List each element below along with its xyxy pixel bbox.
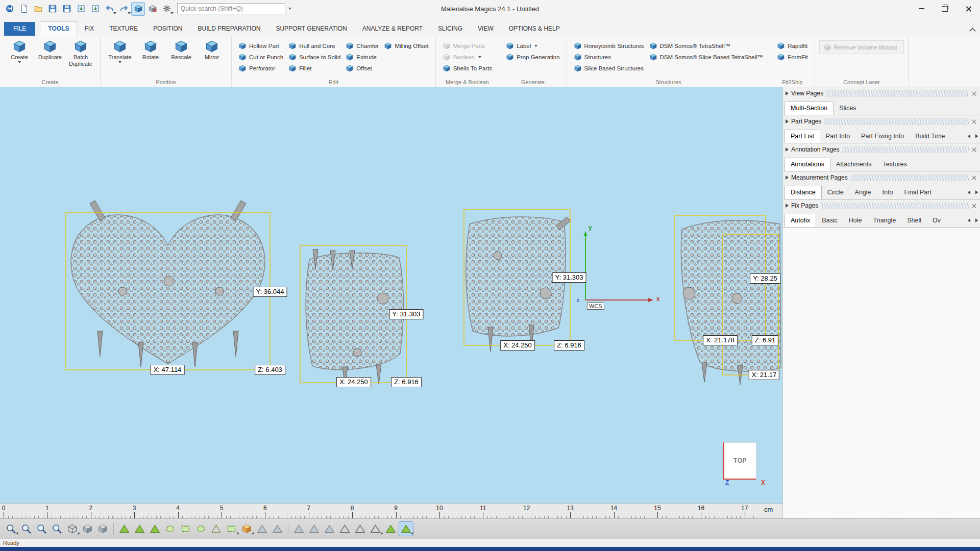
box-mark-icon[interactable] <box>240 522 254 536</box>
viewport-3d[interactable]: y x z WCS Y: 36.044X: 47.114Z: 6.403Y: 3… <box>0 87 782 504</box>
mark-plane-icon[interactable] <box>133 522 146 536</box>
fix-triangle-icon[interactable] <box>307 522 321 536</box>
close-icon[interactable] <box>972 147 976 152</box>
brush-mark-icon[interactable] <box>225 522 238 536</box>
perforator-button[interactable]: Perforator <box>236 63 286 73</box>
offset-button[interactable]: Offset <box>343 63 381 73</box>
tab-part-list[interactable]: Part List <box>785 130 820 143</box>
view-cube-icon[interactable] <box>65 522 79 536</box>
hull-and-core-button[interactable]: Hull and Core <box>286 40 343 51</box>
fix-wizard-icon[interactable] <box>292 522 306 536</box>
zoom-out-icon[interactable] <box>35 522 48 536</box>
zoom-window-icon[interactable] <box>19 522 33 536</box>
honeycomb-structures-button[interactable]: Honeycomb Structures <box>571 40 647 51</box>
save-icon[interactable] <box>46 3 59 15</box>
expand-icon[interactable] <box>786 176 789 180</box>
tab-textures[interactable]: Textures <box>877 158 913 171</box>
milling-offset-button[interactable]: Milling Offset <box>381 40 431 51</box>
menu-tab-texture[interactable]: TEXTURE <box>102 22 145 36</box>
view-toggle-icon[interactable] <box>132 3 144 15</box>
bounding-box-icon[interactable] <box>81 522 94 536</box>
close-icon[interactable] <box>972 176 976 180</box>
tab-info[interactable]: Info <box>877 186 899 199</box>
extrude-button[interactable]: Extrude <box>343 52 381 62</box>
expand-icon[interactable] <box>786 204 789 208</box>
menu-tab-tools[interactable]: TOOLS <box>40 22 77 36</box>
tab-triangle[interactable]: Triangle <box>868 214 902 227</box>
close-button[interactable] <box>957 0 980 17</box>
save-as-icon[interactable] <box>60 3 73 15</box>
shade-view-icon[interactable] <box>384 522 398 536</box>
menu-tab-fix[interactable]: FIX <box>77 22 102 36</box>
export-part-icon[interactable] <box>89 3 102 15</box>
menu-tab-options-help[interactable]: OPTIONS & HELP <box>501 22 568 36</box>
tab-autofix[interactable]: Autofix <box>785 214 816 228</box>
open-project-icon[interactable] <box>32 3 44 15</box>
menu-tab-view[interactable]: VIEW <box>470 22 501 36</box>
platform-view-icon[interactable] <box>96 522 110 536</box>
close-icon[interactable] <box>972 204 976 208</box>
label-button[interactable]: Label <box>503 40 562 51</box>
merge-parts-button[interactable]: Merge Parts <box>440 40 495 51</box>
boolean-button[interactable]: Boolean <box>440 52 495 62</box>
tab-build-time[interactable]: Build Time <box>910 130 950 143</box>
cut-or-punch-button[interactable]: Cut or Punch <box>236 52 286 62</box>
zoom-icon[interactable] <box>4 522 18 536</box>
menu-tab-analyze-report[interactable]: ANALYZE & REPORT <box>355 22 430 36</box>
triangle-outline3-icon[interactable] <box>369 522 382 536</box>
shells-to-parts-button[interactable]: Shells To Parts <box>440 63 495 73</box>
tab-shell[interactable]: Shell <box>901 214 927 227</box>
tab-scroll-right-icon[interactable] <box>973 132 980 141</box>
clear-platform-icon[interactable] <box>146 3 159 15</box>
duplicate-button[interactable]: Duplicate <box>35 36 65 61</box>
snap-part-icon[interactable] <box>271 522 284 536</box>
create-button[interactable]: Create <box>4 36 35 63</box>
part-model-3[interactable] <box>466 217 571 352</box>
rescale-button[interactable]: Rescale <box>166 36 197 61</box>
chamfer-button[interactable]: Chamfer <box>343 40 381 51</box>
part-model-1[interactable] <box>71 201 265 367</box>
rotate-button[interactable]: Rotate <box>135 36 166 61</box>
triangle-outline-icon[interactable] <box>338 522 352 536</box>
remove-volume-wizard-button[interactable]: Remove Volume Wizard <box>821 42 899 53</box>
mirror-button[interactable]: Mirror <box>197 36 227 61</box>
tab-basic[interactable]: Basic <box>816 214 843 227</box>
minimize-button[interactable] <box>910 0 933 17</box>
tab-part-info[interactable]: Part Info <box>820 130 855 143</box>
hollow-part-button[interactable]: Hollow Part <box>236 40 286 51</box>
fix-hole-icon[interactable] <box>323 522 336 536</box>
import-part-icon[interactable] <box>75 3 87 15</box>
fillet-button[interactable]: Fillet <box>286 63 343 73</box>
menu-tab-position[interactable]: POSITION <box>145 22 190 36</box>
slice-based-structures-button[interactable]: Slice Based Structures <box>571 63 647 73</box>
restore-button[interactable] <box>933 0 957 17</box>
menu-tab-slicing[interactable]: SLICING <box>430 22 470 36</box>
section-grip[interactable] <box>842 146 969 153</box>
zoom-part-icon[interactable] <box>50 522 64 536</box>
rect-mark-icon[interactable] <box>179 522 192 536</box>
tab-slices[interactable]: Slices <box>834 102 862 115</box>
wireframe-shade-icon[interactable] <box>399 522 413 536</box>
menu-tab-build-preparation[interactable]: BUILD PREPARATION <box>190 22 268 36</box>
tab-hole[interactable]: Hole <box>843 214 868 227</box>
formfit-button[interactable]: FormFit <box>774 52 811 62</box>
redo-icon[interactable] <box>117 3 130 15</box>
undo-icon[interactable] <box>103 3 116 15</box>
tab-scroll-right-icon[interactable] <box>973 216 980 225</box>
menu-tab-support-generation[interactable]: SUPPORT GENERATION <box>268 22 354 36</box>
section-grip[interactable] <box>850 174 969 181</box>
view-orientation-indicator[interactable]: TOP <box>723 442 756 480</box>
menu-tab-file[interactable]: FILE <box>4 22 35 36</box>
customize-toolbar-caret-icon[interactable] <box>288 8 291 10</box>
triangle-outline2-icon[interactable] <box>353 522 367 536</box>
dsm-tetrashell-button[interactable]: DSM Somos® TetraShell™ <box>647 40 766 51</box>
surface-to-solid-button[interactable]: Surface to Solid <box>286 52 343 62</box>
close-icon[interactable] <box>972 119 976 124</box>
app-logo-icon[interactable] <box>3 3 16 15</box>
tab-annotations[interactable]: Annotations <box>785 158 830 171</box>
move-to-platform-icon[interactable] <box>255 522 269 536</box>
new-scene-icon[interactable] <box>17 3 30 15</box>
tab-distance[interactable]: Distance <box>785 186 822 199</box>
ellipse-mark-icon[interactable] <box>194 522 208 536</box>
expand-icon[interactable] <box>786 91 789 95</box>
